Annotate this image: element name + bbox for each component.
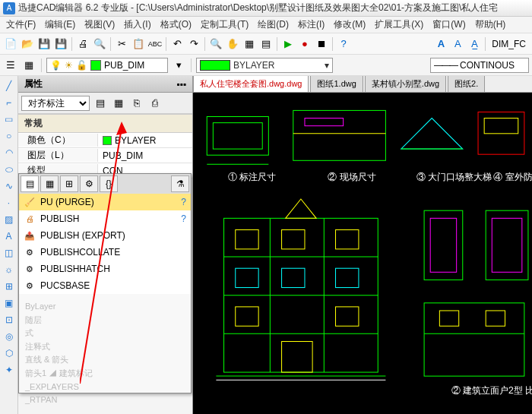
ac-item-publishcollate[interactable]: ⚙ PUBLISHCOLLATE: [19, 244, 191, 261]
svg-rect-26: [336, 268, 359, 287]
properties-toolbar: 对齐标注 ▤ ▦ ⎘ ⎙: [18, 93, 192, 114]
svg-rect-27: [236, 307, 258, 326]
ac-item-publish-export[interactable]: 📤 PUBLISH (EXPORT): [19, 227, 191, 244]
ac-item-publishhatch[interactable]: ⚙ PUBLISHHATCH: [19, 261, 191, 277]
panel-menu-icon[interactable]: ▪▪▪: [176, 79, 186, 90]
t5-icon[interactable]: ⊡: [2, 313, 16, 327]
svg-text:④ 室外防水: ④ 室外防水: [493, 172, 532, 182]
text-a2-icon[interactable]: A: [450, 36, 465, 52]
color-selector[interactable]: BYLAYER ▾: [196, 58, 333, 73]
new-icon[interactable]: 📄: [3, 36, 18, 52]
menu-draw[interactable]: 绘图(D): [253, 17, 293, 33]
ac-item-publish[interactable]: 🖨 PUBLISH ?: [19, 210, 191, 227]
spell-icon[interactable]: ABC: [147, 36, 163, 52]
open-icon[interactable]: 📂: [20, 36, 35, 52]
line-icon[interactable]: ╱: [2, 79, 16, 93]
svg-text:③ 大门口场整大梯: ③ 大门口场整大梯: [416, 172, 492, 182]
help-icon[interactable]: ?: [181, 213, 186, 224]
menu-format[interactable]: 格式(O): [156, 17, 196, 33]
ac-tab-4[interactable]: ⚙: [80, 175, 98, 192]
section-general[interactable]: 常规: [18, 114, 192, 133]
file-tab-3[interactable]: 某村镇小别墅.dwg: [365, 76, 446, 92]
help-icon[interactable]: ?: [181, 197, 186, 207]
save-icon[interactable]: 💾: [36, 36, 52, 52]
print-icon[interactable]: 🖨: [75, 36, 90, 52]
play-icon[interactable]: ▶: [280, 36, 296, 52]
stop-icon[interactable]: ●: [297, 36, 312, 52]
t3-icon[interactable]: ⊞: [2, 280, 16, 293]
menu-window[interactable]: 窗口(W): [428, 17, 470, 33]
selection-type[interactable]: 对齐标注: [21, 96, 90, 111]
ac-tab-3[interactable]: ⊞: [60, 175, 78, 192]
pt3-icon[interactable]: ⎘: [129, 96, 144, 111]
ac-tab-flask[interactable]: ⚗: [171, 175, 189, 192]
ac-item-pucsbase[interactable]: ⚙ PUCSBASE: [19, 277, 191, 294]
svg-text:① 标注尺寸: ① 标注尺寸: [228, 172, 276, 182]
layer-selector[interactable]: 💡☀🔓 PUB_DIM: [46, 58, 168, 73]
pt1-icon[interactable]: ▤: [93, 96, 108, 111]
pt4-icon[interactable]: ⎙: [147, 96, 163, 111]
menu-annotate[interactable]: 标注(I): [293, 17, 329, 33]
svg-rect-9: [484, 119, 518, 134]
svg-rect-0: [207, 117, 268, 156]
t1-icon[interactable]: ◫: [2, 246, 16, 260]
ac-item-purge[interactable]: 🧹 PU (PURGE) ?: [19, 194, 191, 210]
tool2-icon[interactable]: ▤: [258, 36, 274, 52]
menubar: 文件(F) 编辑(E) 视图(V) 插入(I) 格式(O) 定制工具(T) 绘图…: [0, 17, 532, 33]
spline-icon[interactable]: ∿: [2, 179, 16, 193]
menu-insert[interactable]: 插入(I): [119, 17, 155, 33]
t2-icon[interactable]: ☼: [2, 263, 16, 277]
pan-icon[interactable]: ✋: [225, 36, 240, 52]
text-a3-icon[interactable]: A̲: [467, 36, 482, 52]
help-icon[interactable]: ?: [336, 36, 351, 52]
file-tab-4[interactable]: 图纸2.: [448, 76, 485, 92]
text-a-icon[interactable]: A: [433, 36, 448, 52]
svg-rect-23: [336, 230, 359, 249]
menu-help[interactable]: 帮助(H): [470, 17, 511, 33]
svg-rect-28: [336, 307, 359, 326]
preview-icon[interactable]: 🔍: [92, 36, 107, 52]
ac-tab-5[interactable]: {}: [100, 175, 118, 192]
svg-rect-35: [492, 218, 522, 272]
layers-icon[interactable]: ☰: [3, 58, 18, 73]
redo-icon[interactable]: ↷: [186, 36, 201, 52]
t4-icon[interactable]: ▣: [2, 296, 16, 310]
menu-edit[interactable]: 编辑(E): [40, 17, 80, 33]
point-icon[interactable]: ·: [2, 196, 16, 210]
t7-icon[interactable]: ⬡: [2, 346, 16, 360]
file-tab-2[interactable]: 图纸1.dwg: [310, 76, 363, 92]
pt2-icon[interactable]: ▦: [111, 96, 126, 111]
ac-tab-1[interactable]: ▤: [21, 175, 39, 192]
prop-row-layer[interactable]: 图层（L） PUB_DIM: [18, 148, 192, 163]
ac-tab-2[interactable]: ▦: [40, 175, 59, 192]
menu-custom[interactable]: 定制工具(T): [196, 17, 253, 33]
hatch-icon[interactable]: ▨: [2, 213, 16, 226]
drawing-viewport[interactable]: ① 标注尺寸 ② 现场尺寸 ③ 大门口场整大梯 ④ 室外防水: [193, 93, 532, 414]
file-tab-1[interactable]: 私人住宅楼全套图.dwg.dwg: [193, 76, 309, 92]
saveall-icon[interactable]: 💾: [53, 36, 68, 52]
menu-expand[interactable]: 扩展工具(X): [370, 17, 428, 33]
stop2-icon[interactable]: ⏹: [314, 36, 329, 52]
ellipse-icon[interactable]: ⬭: [2, 163, 16, 176]
menu-file[interactable]: 文件(F): [2, 17, 40, 33]
properties-panel: 属性 ▪▪▪ 对齐标注 ▤ ▦ ⎘ ⎙ 常规 颜色（C） BYLAYER 图层（…: [18, 76, 193, 414]
text-icon[interactable]: A: [2, 229, 16, 243]
t6-icon[interactable]: ◎: [2, 330, 16, 343]
menu-modify[interactable]: 修改(M): [329, 17, 370, 33]
copy-icon[interactable]: 📋: [131, 36, 146, 52]
circle-icon[interactable]: ○: [2, 129, 16, 143]
export-icon: 📤: [24, 229, 36, 242]
arc-icon[interactable]: ◠: [2, 146, 16, 160]
t8-icon[interactable]: ✦: [2, 363, 16, 377]
pline-icon[interactable]: ⌐: [2, 96, 16, 109]
undo-icon[interactable]: ↶: [169, 36, 185, 52]
rect-icon[interactable]: ▭: [2, 112, 16, 126]
layer-tool-icon[interactable]: ▦: [21, 58, 36, 73]
prop-row-color[interactable]: 颜色（C） BYLAYER: [18, 133, 192, 148]
linetype-selector[interactable]: ——— CONTINOUS: [430, 58, 529, 73]
layer-btn-icon[interactable]: ▾: [171, 58, 186, 73]
cut-icon[interactable]: ✂: [114, 36, 129, 52]
menu-view[interactable]: 视图(V): [80, 17, 119, 33]
tool1-icon[interactable]: ▦: [242, 36, 257, 52]
zoom-icon[interactable]: 🔍: [208, 36, 223, 52]
